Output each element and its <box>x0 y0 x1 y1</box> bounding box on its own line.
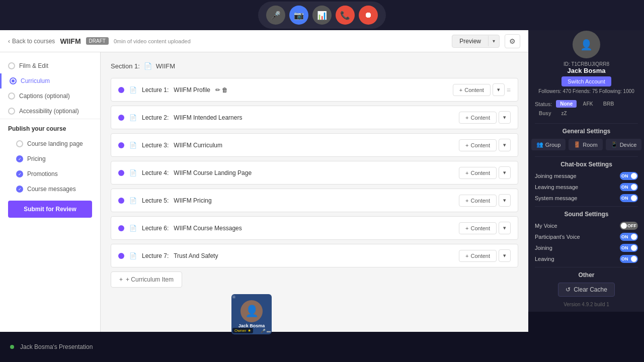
expand-button-4[interactable]: ▾ <box>499 166 511 179</box>
content-button-5[interactable]: + Content <box>459 195 497 207</box>
content-button-3[interactable]: + Content <box>459 139 497 151</box>
plus-icon-3: + <box>465 142 468 148</box>
preview-main-button[interactable]: Preview <box>452 35 488 47</box>
plus-icon-5: + <box>465 198 468 204</box>
content-label-6: Content <box>470 225 490 231</box>
avatar: 👤 <box>573 31 600 58</box>
joining-message-toggle[interactable]: ON <box>620 172 638 180</box>
sidebar-item-accessibility[interactable]: Accessibility (optional) <box>0 104 100 119</box>
sidebar-item-landing[interactable]: Course landing page <box>8 136 92 151</box>
expand-button-7[interactable]: ▾ <box>499 249 511 262</box>
sidebar-accessibility-label: Accessibility (optional) <box>19 108 79 115</box>
clear-cache-button[interactable]: ↺ Clear Cache <box>558 283 615 297</box>
expand-button-2[interactable]: ▾ <box>499 111 511 124</box>
content-button-2[interactable]: + Content <box>459 112 497 124</box>
user-name: Jack Bosma <box>568 67 606 74</box>
preview-dropdown-button[interactable]: ▾ <box>488 36 499 46</box>
content-label-1: Content <box>464 87 484 93</box>
lecture-dot-1 <box>118 87 124 93</box>
sidebar-item-curriculum[interactable]: Curriculum <box>0 73 100 88</box>
publish-section: Publish your course Course landing page … <box>0 119 100 224</box>
device-icon: 📱 <box>611 141 618 148</box>
user-profile: 👤 ID: T1CRBUJIQRR8 Jack Bosma Switch Acc… <box>535 31 638 94</box>
thumb-controls: 🎤 ▬ <box>261 329 271 333</box>
room-button[interactable]: 🚪 Room <box>569 139 602 150</box>
content-button-1[interactable]: + Content <box>453 84 491 96</box>
sidebar-item-promotions[interactable]: ✓ Promotions <box>8 166 92 182</box>
sidebar-curriculum-label: Curriculum <box>21 77 50 84</box>
camera-button[interactable]: 📷 <box>289 6 308 25</box>
joining-message-label: Joining message <box>535 173 577 179</box>
group-icon: 👥 <box>536 141 543 148</box>
expand-button-3[interactable]: ▾ <box>499 139 511 151</box>
sidebar-item-film[interactable]: Film & Edit <box>0 58 100 73</box>
add-curriculum-button[interactable]: + + Curriculum Item <box>111 272 182 288</box>
leaving-sound-row: Leaving ON <box>535 255 638 263</box>
switch-account-button[interactable]: Switch Account <box>561 76 611 86</box>
expand-button-5[interactable]: ▾ <box>499 194 511 207</box>
clear-cache-label: Clear Cache <box>574 286 607 293</box>
chatbox-settings-title: Chat-box Settings <box>535 161 638 168</box>
section-title: WIIFM <box>156 62 175 70</box>
green-dot <box>10 345 14 349</box>
lecture-icon-2: 📄 <box>129 114 137 121</box>
status-none[interactable]: None <box>556 100 577 108</box>
draft-badge: DRAFT <box>86 37 109 45</box>
content-button-4[interactable]: + Content <box>459 167 497 179</box>
joining-sound-toggle[interactable]: ON <box>620 244 638 252</box>
expand-button-6[interactable]: ▾ <box>499 222 511 234</box>
divider-2 <box>535 156 638 157</box>
upload-info: 0min of video content uploaded <box>114 38 447 44</box>
thumb-header: ⊞ <box>232 295 235 299</box>
participant-value: ON <box>621 234 628 239</box>
leaving-sound-value: ON <box>621 256 628 261</box>
status-afk[interactable]: AFK <box>579 100 597 108</box>
chart-button[interactable]: 📊 <box>312 6 332 25</box>
radio-accessibility <box>8 108 15 115</box>
general-settings-row: 👥 Group 🚪 Room 📱 Device <box>535 139 638 150</box>
end-call-button[interactable]: 📞 <box>336 6 355 25</box>
lecture-actions-7: + Content ▾ <box>459 249 511 262</box>
presentation-label: Jack Bosma's Presentation <box>20 343 93 350</box>
content-button-7[interactable]: + Content <box>459 250 497 262</box>
sidebar-item-pricing[interactable]: ✓ Pricing <box>8 151 92 166</box>
expand-button-1[interactable]: ▾ <box>493 83 505 96</box>
lecture-actions-4: + Content ▾ <box>459 166 511 179</box>
record-button[interactable]: ⏺ <box>359 6 378 25</box>
system-message-toggle[interactable]: ON <box>620 194 638 202</box>
user-id: ID: T1CRBUJIQRR8 <box>564 61 609 67</box>
sidebar-item-messages[interactable]: ✓ Course messages <box>8 182 92 197</box>
drag-handle-1[interactable]: ≡ <box>507 86 511 94</box>
video-thumbnail: ⊞ 👤 Jack Bosma Owner ★ 🎤 ▬ <box>231 294 272 334</box>
back-to-courses-button[interactable]: ‹ Back to courses <box>8 38 55 45</box>
joining-message-value: ON <box>621 173 628 178</box>
group-button[interactable]: 👥 Group <box>531 139 566 150</box>
my-voice-toggle[interactable]: OFF <box>620 222 638 230</box>
content-label-3: Content <box>470 142 490 148</box>
joining-sound-label: Joining <box>535 245 552 251</box>
lecture-dot-2 <box>118 115 124 121</box>
participant-toggle[interactable]: ON <box>620 233 638 241</box>
status-busy[interactable]: Busy <box>535 110 555 117</box>
course-settings-button[interactable]: ⚙ <box>505 34 520 48</box>
room-icon: 🚪 <box>574 141 581 148</box>
device-button[interactable]: 📱 Device <box>606 139 642 150</box>
divider-4 <box>535 267 638 267</box>
status-brb[interactable]: BRB <box>599 100 618 108</box>
leaving-message-toggle[interactable]: ON <box>620 183 638 191</box>
divider-3 <box>535 206 638 207</box>
leaving-sound-toggle[interactable]: ON <box>620 255 638 263</box>
content-button-6[interactable]: + Content <box>459 222 497 234</box>
mic-button[interactable]: 🎤 <box>266 6 285 25</box>
submit-review-button[interactable]: Submit for Review <box>8 201 92 218</box>
lecture-row-4: 📄 Lecture 4: WIIFM Course Landing Page +… <box>111 161 518 185</box>
lecture-icon-3: 📄 <box>129 142 137 149</box>
clear-cache-icon: ↺ <box>566 286 571 293</box>
bottom-bar: Jack Bosma's Presentation <box>0 332 644 362</box>
joining-sound-value: ON <box>621 245 628 250</box>
content-label-7: Content <box>470 253 490 259</box>
lecture-name-4: Lecture 4: WIIFM Course Landing Page <box>142 169 454 176</box>
sidebar-item-captions[interactable]: Captions (optional) <box>0 88 100 104</box>
top-toolbar: 🎤 📷 📊 📞 ⏺ <box>0 0 644 30</box>
status-zz[interactable]: zZ <box>557 110 571 117</box>
